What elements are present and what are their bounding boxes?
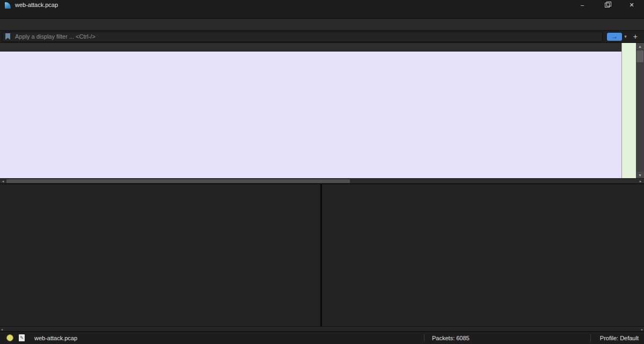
- scrollbar-track[interactable]: [636, 49, 644, 172]
- display-filter-input[interactable]: [14, 33, 602, 40]
- lower-panes: [0, 184, 644, 326]
- scroll-right-icon[interactable]: ▸: [641, 327, 643, 331]
- vertical-scrollbar[interactable]: ▲ ▼: [636, 43, 644, 178]
- edit-capture-comment-icon[interactable]: ✎: [19, 334, 25, 341]
- packet-rows: [0, 52, 621, 178]
- main-toolbar: [0, 19, 644, 31]
- window-title: web-attack.pcap: [15, 2, 58, 8]
- window-controls: – ✕: [570, 0, 644, 10]
- packet-list: [0, 43, 621, 178]
- restore-button[interactable]: [595, 0, 619, 10]
- column-header-row: [0, 43, 621, 52]
- close-button[interactable]: ✕: [619, 0, 644, 10]
- title-bar: web-attack.pcap – ✕: [0, 0, 644, 10]
- restore-icon: [605, 3, 610, 8]
- status-packet-count: Packets: 6085: [432, 335, 470, 341]
- filter-bar: → ▾ +: [0, 31, 644, 43]
- detail-horizontal-scrollbar[interactable]: ◂ ▸: [0, 326, 644, 331]
- add-filter-button[interactable]: +: [633, 32, 638, 41]
- wireshark-logo-icon: [5, 2, 11, 9]
- scrollbar-thumb[interactable]: [636, 50, 643, 62]
- scroll-up-icon[interactable]: ▲: [636, 43, 644, 49]
- scroll-left-icon[interactable]: ◂: [1, 327, 3, 331]
- scroll-right-icon[interactable]: ▸: [638, 179, 643, 184]
- horizontal-scrollbar[interactable]: ◂ ▸: [0, 178, 644, 184]
- packet-list-block: ▲ ▼: [0, 43, 644, 178]
- scroll-down-icon[interactable]: ▼: [636, 172, 644, 178]
- intelligent-scrollbar-minimap[interactable]: [621, 43, 636, 178]
- status-bar: ✎ web-attack.pcap Packets: 6085 Profile:…: [0, 331, 644, 344]
- status-profile[interactable]: Profile: Default: [600, 335, 639, 341]
- packet-bytes-pane: [322, 184, 644, 326]
- display-filter-wrap: [2, 32, 603, 42]
- status-separator: [590, 334, 591, 342]
- scroll-left-icon[interactable]: ◂: [0, 179, 6, 184]
- menu-bar: [0, 10, 644, 19]
- filter-dropdown-caret-icon[interactable]: ▾: [624, 34, 627, 39]
- minimize-button[interactable]: –: [570, 0, 595, 10]
- expert-info-icon[interactable]: [6, 334, 13, 341]
- status-separator: [424, 334, 425, 342]
- filter-bookmark-icon[interactable]: [5, 33, 10, 40]
- packet-detail-pane: [0, 184, 320, 326]
- apply-filter-button[interactable]: →: [607, 33, 622, 41]
- status-filename: web-attack.pcap: [34, 335, 77, 341]
- hscroll-thumb[interactable]: [6, 179, 350, 183]
